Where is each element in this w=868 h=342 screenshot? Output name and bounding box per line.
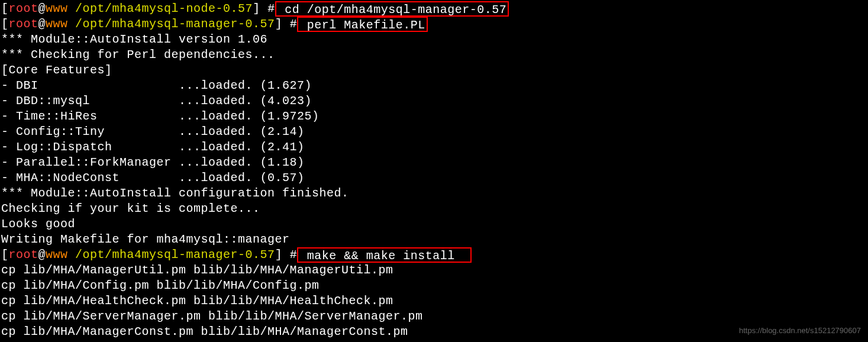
output-line: - MHA::NodeConst ...loaded. (0.57)	[1, 170, 867, 186]
output-line: Looks good	[1, 217, 867, 232]
cwd: /opt/mha4mysql-manager-0.57	[68, 247, 275, 263]
output-line: cp lib/MHA/ManagerConst.pm blib/lib/MHA/…	[1, 324, 867, 340]
at-sign: @	[38, 247, 46, 263]
command-text: perl Makefile.PL	[299, 18, 425, 32]
bracket: [	[1, 1, 9, 17]
output-line: - Time::HiRes ...loaded. (1.9725)	[1, 109, 867, 124]
at-sign: @	[38, 17, 46, 32]
output-line: *** Module::AutoInstall version 1.06	[1, 32, 867, 47]
hostname: www	[46, 1, 68, 17]
terminal-output: [root@www /opt/mha4mysql-node-0.57] # cd…	[0, 0, 868, 341]
user: root	[9, 1, 38, 17]
bracket: ]	[275, 17, 283, 32]
cwd: /opt/mha4mysql-manager-0.57	[68, 17, 275, 32]
output-line: *** Checking for Perl dependencies...	[1, 47, 867, 63]
command-text: make && make install	[299, 249, 455, 263]
output-line: - DBD::mysql ...loaded. (4.023)	[1, 93, 867, 109]
watermark-text: https://blog.csdn.net/s15212790607	[739, 323, 861, 338]
prompt-line-2[interactable]: [root@www /opt/mha4mysql-manager-0.57] #…	[1, 17, 867, 32]
output-line: cp lib/MHA/HealthCheck.pm blib/lib/MHA/H…	[1, 293, 867, 309]
prompt-hash: #	[282, 247, 297, 263]
prompt-hash: #	[260, 1, 275, 17]
highlighted-command-make: make && make install	[297, 247, 472, 263]
bracket: [	[1, 17, 9, 32]
hostname: www	[46, 247, 68, 263]
output-line: - Parallel::ForkManager ...loaded. (1.18…	[1, 155, 867, 170]
output-line: cp lib/MHA/ServerManager.pm blib/lib/MHA…	[1, 309, 867, 324]
prompt-line-3[interactable]: [root@www /opt/mha4mysql-manager-0.57] #…	[1, 247, 867, 263]
output-line: - Log::Dispatch ...loaded. (2.41)	[1, 140, 867, 155]
prompt-hash: #	[282, 17, 297, 32]
highlighted-command-perl: perl Makefile.PL	[297, 17, 428, 32]
output-line: cp lib/MHA/Config.pm blib/lib/MHA/Config…	[1, 278, 867, 293]
bracket: [	[1, 247, 9, 263]
bracket: ]	[275, 247, 283, 263]
cwd: /opt/mha4mysql-node-0.57	[68, 1, 253, 17]
output-line: *** Module::AutoInstall configuration fi…	[1, 186, 867, 201]
hostname: www	[46, 17, 68, 32]
output-line: [Core Features]	[1, 63, 867, 78]
prompt-line-1[interactable]: [root@www /opt/mha4mysql-node-0.57] # cd…	[1, 1, 867, 17]
output-line: cp lib/MHA/ManagerUtil.pm blib/lib/MHA/M…	[1, 263, 867, 278]
user: root	[9, 17, 38, 32]
bracket: ]	[253, 1, 260, 17]
user: root	[9, 247, 38, 263]
at-sign: @	[38, 1, 46, 17]
output-line: - DBI ...loaded. (1.627)	[1, 78, 867, 93]
command-text: cd /opt/mha4mysql-manager-0.57	[277, 3, 507, 17]
highlighted-command-cd: cd /opt/mha4mysql-manager-0.57	[275, 1, 509, 17]
output-line: - Config::Tiny ...loaded. (2.14)	[1, 124, 867, 140]
output-line: Writing Makefile for mha4mysql::manager	[1, 232, 867, 247]
output-line: Checking if your kit is complete...	[1, 201, 867, 217]
